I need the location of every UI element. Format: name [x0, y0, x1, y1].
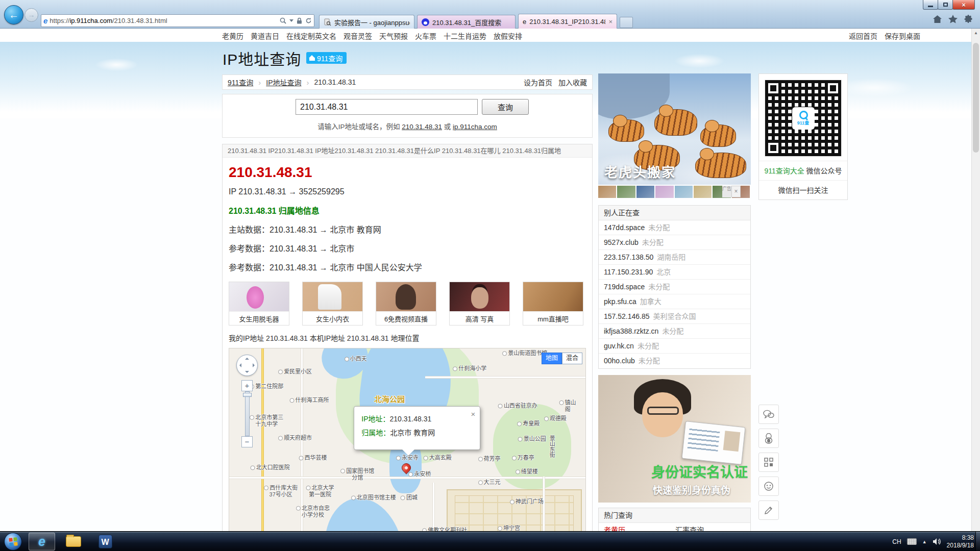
ad-mini-thumb[interactable] — [675, 186, 693, 198]
my-ip-links-line[interactable]: 我的IP地址 210.31.48.31 本机IP地址 210.31.48.31 … — [229, 333, 586, 343]
taskbar-word-button[interactable]: W — [92, 533, 118, 550]
forward-button[interactable]: → — [24, 8, 38, 22]
idcard-ad-banner[interactable]: 身份证实名认证 快速鉴别身份真伪 — [598, 375, 751, 503]
query-row[interactable]: 157.52.146.85美利坚合众国 — [599, 309, 750, 324]
query-row[interactable]: 9527x.club未分配 — [599, 235, 750, 250]
keyboard-icon[interactable] — [907, 538, 917, 545]
site-nav-link[interactable]: 在线定制英文名 — [286, 31, 336, 41]
hot-query-link[interactable]: 汇率查询 — [675, 523, 704, 531]
breadcrumb-item[interactable]: 911查询 — [228, 77, 253, 87]
zoom-in-button[interactable]: + — [241, 380, 253, 391]
new-tab-button[interactable] — [620, 17, 633, 28]
query-target[interactable]: 719dd.space — [604, 283, 645, 291]
info-close-icon[interactable]: × — [471, 410, 476, 418]
language-indicator[interactable]: CH — [892, 538, 901, 545]
ad-mini-thumb[interactable] — [655, 186, 673, 198]
site-nav-link[interactable]: 老黄历 — [222, 31, 243, 41]
quick-link[interactable]: 设为首页 — [524, 77, 552, 87]
site-nav-link[interactable]: 十二生肖运势 — [444, 31, 486, 41]
weibo-share-button[interactable] — [758, 477, 779, 496]
query-row[interactable]: 00ho.club未分配 — [599, 354, 750, 368]
tab-ip-lookup-active[interactable]: e 210.31.48.31_IP210.31.48.... × — [518, 14, 617, 29]
home-icon[interactable] — [933, 15, 942, 23]
zoom-slider-thumb[interactable] — [243, 393, 252, 397]
caret-down-icon[interactable] — [289, 19, 293, 22]
query-target[interactable]: 223.157.138.50 — [604, 253, 653, 261]
breadcrumb-item[interactable]: 210.31.48.31 — [314, 78, 356, 86]
search-submit-button[interactable]: 查询 — [482, 99, 529, 115]
maximize-button[interactable] — [938, 0, 953, 10]
back-button[interactable]: ← — [4, 5, 23, 24]
start-button[interactable] — [4, 533, 22, 550]
baidu-map[interactable]: 景山街道图书馆小西天什刹海小学爱民里小区第二住院部什刹海工商所北海公园山西省驻京… — [229, 348, 586, 531]
close-button[interactable]: × — [952, 0, 975, 10]
query-row[interactable]: guv.hk.cn未分配 — [599, 339, 750, 354]
scrollbar-thumb[interactable] — [973, 43, 979, 153]
refresh-icon[interactable] — [305, 17, 312, 24]
query-target[interactable]: 00ho.club — [604, 357, 635, 365]
ad-card[interactable]: 女生小内衣 — [302, 282, 363, 325]
wechat-share-button[interactable] — [758, 405, 779, 424]
zoom-out-button[interactable]: − — [241, 436, 253, 447]
tab-report[interactable]: 实验报告一 - gaojianppsuc -... — [319, 15, 414, 29]
query-row[interactable]: ikfjsa388.rzktz.cn未分配 — [599, 324, 750, 339]
breadcrumb-item[interactable]: IP地址查询 — [266, 77, 301, 87]
query-row[interactable]: 719dd.space未分配 — [599, 280, 750, 294]
query-target[interactable]: guv.hk.cn — [604, 342, 634, 350]
tray-expand-icon[interactable]: ▲ — [922, 539, 927, 544]
tab-close-icon[interactable]: × — [608, 18, 612, 26]
zoom-slider[interactable] — [245, 391, 250, 436]
ad-card[interactable]: 6免费视频直播 — [376, 282, 436, 325]
query-target[interactable]: 157.52.146.85 — [604, 312, 650, 320]
query-target[interactable]: 9527x.club — [604, 238, 639, 246]
page-scrollbar[interactable]: ▲ — [971, 29, 980, 531]
query-target[interactable]: 147dd.space — [604, 223, 645, 232]
ip-search-input[interactable] — [296, 99, 478, 115]
show-desktop-button[interactable] — [975, 532, 980, 551]
ad-card[interactable]: mm直播吧 — [523, 282, 583, 325]
site-nav-link[interactable]: 火车票 — [415, 31, 436, 41]
scroll-up-arrow[interactable]: ▲ — [972, 29, 980, 37]
example-domain-link[interactable]: ip.911cha.com — [453, 123, 497, 131]
minimize-button[interactable] — [923, 0, 938, 10]
query-row[interactable]: 223.157.138.50湖南岳阳 — [599, 250, 750, 265]
taskbar-explorer-button[interactable] — [60, 533, 87, 550]
site-nav-link[interactable]: 放假安排 — [494, 31, 522, 41]
tiger-ad-banner[interactable]: 老虎头搬家 — [598, 73, 751, 185]
ad-close-button[interactable]: × — [731, 186, 741, 197]
volume-icon[interactable] — [933, 538, 941, 545]
ad-mini-thumb[interactable] — [636, 186, 654, 198]
tools-gear-icon[interactable] — [964, 14, 973, 23]
ad-card[interactable]: 女生用脱毛器 — [229, 282, 289, 325]
ad-mini-thumb[interactable] — [617, 186, 635, 198]
taskbar-clock[interactable]: 8:38 2018/9/18 — [947, 534, 974, 549]
query-target[interactable]: ikfjsa388.rzktz.cn — [604, 327, 658, 335]
address-bar[interactable]: e https://ip.911cha.com/210.31.48.31.htm… — [41, 14, 314, 27]
tab-baidu-search[interactable]: 210.31.48.31_百度搜索 — [417, 15, 516, 29]
quick-link[interactable]: 加入收藏 — [558, 77, 587, 87]
title-bar[interactable]: × — [0, 0, 980, 12]
map-type-hybrid-button[interactable]: 混合 — [562, 353, 582, 364]
example-ip-link[interactable]: 210.31.48.31 — [402, 123, 442, 131]
query-row[interactable]: 117.150.231.90北京 — [599, 265, 750, 280]
ad-mini-thumb[interactable] — [598, 186, 616, 198]
site-nav-link[interactable]: 观音灵签 — [344, 31, 372, 41]
site-nav-link[interactable]: 黄道吉日 — [251, 31, 279, 41]
query-row[interactable]: pkp.sfu.ca加拿大 — [599, 294, 750, 309]
site-nav-link[interactable]: 保存到桌面 — [885, 31, 920, 41]
hot-query-link[interactable]: 老黄历 — [604, 523, 675, 531]
search-icon[interactable] — [280, 17, 286, 24]
site-nav-link[interactable]: 天气预报 — [379, 31, 408, 41]
feedback-button[interactable] — [758, 500, 779, 520]
favorites-star-icon[interactable] — [948, 15, 958, 23]
ad-mini-thumb[interactable] — [694, 186, 712, 198]
qzone-share-button[interactable] — [758, 453, 779, 472]
map-pan-control[interactable] — [236, 355, 258, 376]
query-target[interactable]: pkp.sfu.ca — [604, 297, 636, 306]
ad-card[interactable]: 高清 写真 — [449, 282, 510, 325]
911-badge[interactable]: 911查询 — [306, 52, 347, 64]
map-type-map-button[interactable]: 地图 — [542, 353, 562, 364]
query-target[interactable]: 117.150.231.90 — [604, 268, 653, 276]
taskbar-ie-button[interactable]: e — [29, 533, 55, 550]
site-nav-link[interactable]: 返回首页 — [849, 31, 877, 41]
